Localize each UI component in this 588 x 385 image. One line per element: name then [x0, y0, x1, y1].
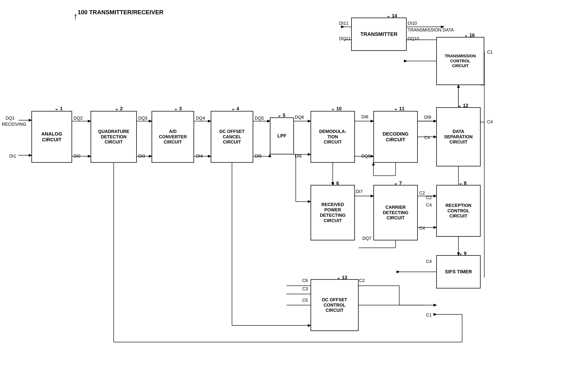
- sig-c2-carrier: C2: [419, 191, 425, 196]
- circuit-lines: [0, 0, 588, 385]
- sig-dq1: DQ1: [5, 116, 15, 121]
- sig-c4-carrier: C4: [419, 226, 425, 231]
- sig-dq2: DQ2: [74, 116, 83, 121]
- num-12: ⌄ 12: [458, 103, 468, 108]
- num-10: ⌄ 10: [331, 106, 342, 111]
- sig-receiving: RECEIVING: [2, 122, 26, 127]
- num-8: ⌄ 8: [459, 180, 466, 186]
- num-1: ⌄ 1: [55, 106, 63, 111]
- num-2: ⌄ 2: [115, 106, 123, 111]
- sig-dq6: DQ6: [295, 115, 304, 120]
- sig-dq8: DQ8: [361, 153, 370, 159]
- dcoffset-ctrl-block: DC OFFSETCONTROLCIRCUIT: [311, 279, 358, 331]
- num-14: ⌄ 14: [386, 13, 397, 19]
- analog-circuit-block: ANALOGCIRCUIT: [31, 111, 72, 163]
- rxctrl-block: RECEPTIONCONTROLCIRCUIT: [436, 185, 481, 237]
- sig-di11: DI11: [339, 21, 349, 26]
- sig-di6: DI6: [295, 153, 302, 159]
- sig-c4-decoding: C4: [424, 135, 430, 140]
- sifs-timer-block: SIFS TIMER: [436, 255, 481, 288]
- num-7: ⌄ 7: [394, 180, 402, 186]
- sig-di2: DI2: [74, 153, 80, 159]
- txctrl-block: TRANSMISSIONCONTROLCIRCUIT: [436, 37, 484, 85]
- sig-c3: C3: [302, 286, 308, 291]
- sig-dq10: DQ10: [408, 36, 419, 41]
- sig-tx-data: TRANSMISSION DATA: [408, 27, 454, 33]
- diagram: ANALOGCIRCUIT ⌄ 1 QUADRATUREDETECTIONCIR…: [0, 0, 588, 385]
- sig-c4-sifs: C4: [426, 259, 432, 264]
- adc-block: A/DCONVERTERCIRCUIT: [152, 111, 194, 163]
- demodulation-block: DEMODULA-TIONCIRCUIT: [311, 111, 355, 163]
- sig-c4-rxctrl: C4: [426, 202, 432, 208]
- quadrature-detection-block: QUADRATUREDETECTIONCIRCUIT: [91, 111, 137, 163]
- sig-c5: C5: [302, 298, 308, 303]
- rxpower-block: RECEIVEDPOWERDETECTINGCIRCUIT: [311, 185, 355, 240]
- num-11: ⌄ 11: [394, 106, 404, 111]
- sig-c4-right: C4: [487, 119, 493, 125]
- sig-di8: DI8: [361, 114, 368, 119]
- sig-dq4: DQ4: [196, 116, 205, 121]
- sig-dq3: DQ3: [138, 116, 147, 121]
- sig-di5: DI5: [255, 153, 262, 159]
- sig-di1: DI1: [9, 153, 16, 159]
- carrier-detecting-block: CARRIERDETECTINGCIRCUIT: [373, 185, 418, 240]
- sig-dq11: DQ11: [339, 36, 351, 41]
- sig-di3: DI3: [138, 153, 145, 159]
- decoding-block: DECODINGCIRCUIT: [373, 111, 418, 163]
- sig-dq7: DQ7: [362, 236, 371, 241]
- sig-di9: DI9: [424, 115, 431, 120]
- title: 100 TRANSMITTER/RECEIVER: [78, 9, 163, 16]
- sig-c1-dcctrl: C1: [426, 313, 432, 318]
- title-bracket: ⌄: [74, 13, 77, 17]
- sig-c6: C6: [302, 278, 308, 283]
- num-3: ⌄ 3: [174, 106, 182, 111]
- num-16: ⌄ 16: [464, 32, 475, 38]
- num-4: ⌄ 4: [231, 106, 239, 111]
- sig-dq5: DQ5: [255, 116, 264, 121]
- data-separation-block: DATASEPARATIONCIRCUIT: [436, 107, 481, 166]
- num-9: ⌄ 9: [459, 251, 466, 256]
- dcoffset-cancel-block: DC OFFSETCANCELCIRCUIT: [211, 111, 253, 163]
- num-5: ⌄ 5: [277, 112, 285, 118]
- sig-di4: DI4: [196, 153, 203, 159]
- sig-c2-rxctrl: C2: [426, 195, 432, 200]
- num-6: ⌄ 6: [331, 180, 339, 186]
- num-13: ⌄ 13: [336, 275, 347, 280]
- sig-c1-right: C1: [487, 50, 493, 55]
- sig-c2-dc: C2: [359, 278, 365, 283]
- transmitter-block: TRANSMITTER: [351, 18, 407, 51]
- sig-di10: DI10: [408, 21, 417, 26]
- sig-di7: DI7: [356, 189, 363, 194]
- lpf-block: LPF: [270, 117, 294, 154]
